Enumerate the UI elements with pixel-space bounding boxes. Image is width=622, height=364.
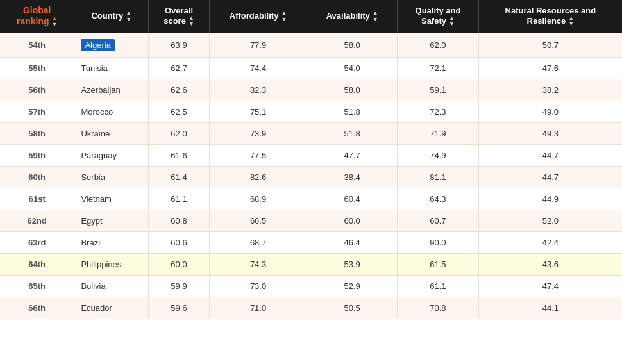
cell-country: Azerbaijan: [74, 79, 149, 101]
cell-availability: 38.4: [307, 166, 398, 188]
rankings-table: Globalranking▲▼Country▲▼Overallscore▲▼Af…: [0, 0, 622, 319]
table-row: 57thMorocco62.575.151.872.349.0: [0, 101, 622, 122]
cell-overall: 60.0: [149, 253, 210, 275]
cell-availability: 58.0: [307, 33, 398, 58]
table-row: 66thEcuador59.671.050.570.844.1: [0, 297, 622, 318]
cell-overall: 60.6: [149, 231, 210, 253]
cell-rank: 61st: [0, 188, 74, 210]
header-availability[interactable]: Availability▲▼: [307, 0, 398, 33]
cell-country: Bolivia: [74, 275, 149, 297]
cell-natural: 43.6: [478, 253, 622, 275]
cell-natural: 47.6: [478, 57, 622, 79]
table-row: 56thAzerbaijan62.682.358.059.138.2: [0, 79, 622, 101]
cell-affordability: 77.5: [209, 144, 307, 166]
table-row: 61stVietnam61.168.960.464.344.9: [0, 188, 622, 210]
cell-availability: 51.8: [307, 101, 398, 122]
cell-quality: 72.3: [398, 101, 479, 122]
cell-natural: 49.3: [478, 122, 622, 144]
cell-affordability: 68.7: [209, 231, 307, 253]
sort-arrows-affordability: ▲▼: [281, 10, 287, 23]
cell-affordability: 74.4: [209, 57, 307, 79]
cell-affordability: 77.9: [209, 33, 307, 58]
sort-arrows-availability: ▲▼: [373, 10, 378, 23]
cell-rank: 66th: [0, 297, 74, 318]
cell-overall: 62.7: [149, 57, 210, 79]
cell-availability: 46.4: [307, 231, 398, 253]
cell-quality: 61.5: [398, 253, 479, 275]
cell-quality: 90.0: [398, 231, 479, 253]
cell-overall: 59.9: [149, 275, 210, 297]
table-row: 60thSerbia61.482.638.481.144.7: [0, 166, 622, 188]
sort-arrows-quality-safety: ▲▼: [449, 15, 455, 28]
cell-availability: 60.0: [307, 210, 398, 231]
cell-availability: 58.0: [307, 79, 398, 101]
table-row: 64thPhilippines60.074.353.961.543.6: [0, 253, 622, 275]
cell-rank: 60th: [0, 166, 74, 188]
table-row: 65thBolivia59.973.052.961.147.4: [0, 275, 622, 297]
cell-country: Serbia: [74, 166, 149, 188]
cell-overall: 63.9: [149, 33, 210, 58]
cell-rank: 55th: [0, 57, 74, 79]
sort-arrows-country: ▲▼: [126, 10, 131, 23]
cell-natural: 44.9: [478, 188, 622, 210]
cell-natural: 38.2: [478, 79, 622, 101]
cell-availability: 47.7: [307, 144, 398, 166]
cell-country: Ecuador: [74, 297, 149, 318]
cell-affordability: 74.3: [209, 253, 307, 275]
header-country[interactable]: Country▲▼: [74, 0, 149, 33]
cell-rank: 59th: [0, 144, 74, 166]
cell-overall: 60.8: [149, 210, 210, 231]
cell-availability: 51.8: [307, 122, 398, 144]
cell-overall: 61.6: [149, 144, 210, 166]
cell-country: Brazil: [74, 231, 149, 253]
cell-overall: 59.6: [149, 297, 210, 318]
cell-natural: 47.4: [478, 275, 622, 297]
cell-quality: 62.0: [398, 33, 479, 58]
cell-affordability: 75.1: [209, 101, 307, 122]
cell-natural: 44.7: [478, 166, 622, 188]
cell-overall: 61.4: [149, 166, 210, 188]
cell-availability: 54.0: [307, 57, 398, 79]
cell-rank: 58th: [0, 122, 74, 144]
cell-overall: 62.5: [149, 101, 210, 122]
cell-rank: 56th: [0, 79, 74, 101]
cell-natural: 50.7: [478, 33, 622, 58]
sort-arrows-overall-score: ▲▼: [189, 15, 194, 28]
cell-country: Egypt: [74, 210, 149, 231]
cell-rank: 54th: [0, 33, 74, 58]
cell-affordability: 73.0: [209, 275, 307, 297]
cell-natural: 42.4: [478, 231, 622, 253]
cell-availability: 52.9: [307, 275, 398, 297]
cell-rank: 63rd: [0, 231, 74, 253]
cell-quality: 81.1: [398, 166, 479, 188]
header-overall-score[interactable]: Overallscore▲▼: [149, 0, 210, 33]
header-quality-safety[interactable]: Quality andSafety▲▼: [398, 0, 479, 33]
cell-affordability: 82.6: [209, 166, 307, 188]
cell-affordability: 82.3: [209, 79, 307, 101]
header-natural-resources[interactable]: Natural Resources andResilence▲▼: [478, 0, 622, 33]
cell-rank: 65th: [0, 275, 74, 297]
cell-affordability: 66.5: [209, 210, 307, 231]
cell-quality: 74.9: [398, 144, 479, 166]
cell-availability: 50.5: [307, 297, 398, 318]
sort-arrows-natural-resources: ▲▼: [568, 15, 574, 28]
cell-country: Morocco: [74, 101, 149, 122]
cell-rank: 57th: [0, 101, 74, 122]
header-global-ranking[interactable]: Globalranking▲▼: [0, 0, 74, 33]
header-affordability[interactable]: Affordability▲▼: [209, 0, 307, 33]
table-row: 58thUkraine62.073.951.871.949.3: [0, 122, 622, 144]
cell-rank: 62nd: [0, 210, 74, 231]
cell-affordability: 71.0: [209, 297, 307, 318]
cell-natural: 49.0: [478, 101, 622, 122]
cell-quality: 64.3: [398, 188, 479, 210]
cell-quality: 61.1: [398, 275, 479, 297]
cell-country: Ukraine: [74, 122, 149, 144]
table-row: 62ndEgypt60.866.560.060.752.0: [0, 210, 622, 231]
cell-quality: 59.1: [398, 79, 479, 101]
table-row: 59thParaguay61.677.547.774.944.7: [0, 144, 622, 166]
cell-natural: 44.1: [478, 297, 622, 318]
cell-country: Algeria: [74, 33, 149, 58]
cell-natural: 52.0: [478, 210, 622, 231]
sort-arrows-global-ranking: ▲▼: [52, 15, 58, 28]
cell-availability: 60.4: [307, 188, 398, 210]
